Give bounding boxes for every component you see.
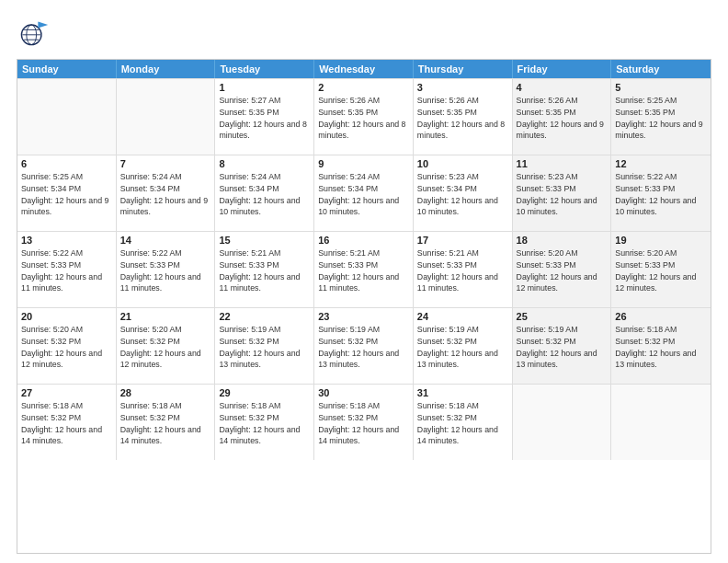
calendar-cell: 8Sunrise: 5:24 AM Sunset: 5:34 PM Daylig… bbox=[215, 155, 314, 231]
day-number: 16 bbox=[318, 235, 409, 246]
day-detail: Sunrise: 5:26 AM Sunset: 5:35 PM Dayligh… bbox=[417, 95, 508, 142]
calendar-cell: 28Sunrise: 5:18 AM Sunset: 5:32 PM Dayli… bbox=[117, 385, 216, 460]
day-number: 4 bbox=[517, 82, 608, 93]
day-detail: Sunrise: 5:19 AM Sunset: 5:32 PM Dayligh… bbox=[318, 324, 409, 371]
calendar-cell: 22Sunrise: 5:19 AM Sunset: 5:32 PM Dayli… bbox=[215, 308, 314, 384]
header-friday: Friday bbox=[513, 60, 612, 78]
day-number: 11 bbox=[517, 158, 608, 169]
day-detail: Sunrise: 5:21 AM Sunset: 5:33 PM Dayligh… bbox=[219, 247, 310, 294]
logo-icon bbox=[17, 17, 50, 50]
calendar-cell: 3Sunrise: 5:26 AM Sunset: 5:35 PM Daylig… bbox=[414, 79, 513, 155]
day-detail: Sunrise: 5:18 AM Sunset: 5:32 PM Dayligh… bbox=[615, 324, 707, 371]
day-number: 26 bbox=[615, 311, 707, 322]
day-detail: Sunrise: 5:20 AM Sunset: 5:33 PM Dayligh… bbox=[517, 247, 608, 294]
day-number: 2 bbox=[318, 82, 409, 93]
calendar-week-5: 27Sunrise: 5:18 AM Sunset: 5:32 PM Dayli… bbox=[17, 384, 711, 460]
day-detail: Sunrise: 5:23 AM Sunset: 5:34 PM Dayligh… bbox=[417, 171, 508, 218]
calendar-cell: 25Sunrise: 5:19 AM Sunset: 5:32 PM Dayli… bbox=[513, 308, 612, 384]
calendar-cell: 21Sunrise: 5:20 AM Sunset: 5:32 PM Dayli… bbox=[117, 308, 216, 384]
calendar-week-2: 6Sunrise: 5:25 AM Sunset: 5:34 PM Daylig… bbox=[17, 155, 711, 231]
calendar-cell: 19Sunrise: 5:20 AM Sunset: 5:33 PM Dayli… bbox=[611, 232, 711, 307]
day-detail: Sunrise: 5:20 AM Sunset: 5:32 PM Dayligh… bbox=[120, 324, 211, 371]
day-detail: Sunrise: 5:26 AM Sunset: 5:35 PM Dayligh… bbox=[517, 95, 608, 142]
day-number: 10 bbox=[417, 158, 508, 169]
calendar-cell: 26Sunrise: 5:18 AM Sunset: 5:32 PM Dayli… bbox=[611, 308, 711, 384]
calendar-cell: 31Sunrise: 5:18 AM Sunset: 5:32 PM Dayli… bbox=[414, 385, 513, 460]
day-detail: Sunrise: 5:23 AM Sunset: 5:33 PM Dayligh… bbox=[517, 171, 608, 218]
calendar-cell: 2Sunrise: 5:26 AM Sunset: 5:35 PM Daylig… bbox=[314, 79, 414, 155]
day-detail: Sunrise: 5:21 AM Sunset: 5:33 PM Dayligh… bbox=[417, 247, 508, 294]
day-number: 17 bbox=[417, 235, 508, 246]
calendar-cell: 12Sunrise: 5:22 AM Sunset: 5:33 PM Dayli… bbox=[611, 155, 711, 231]
day-number: 15 bbox=[219, 235, 310, 246]
calendar-cell: 23Sunrise: 5:19 AM Sunset: 5:32 PM Dayli… bbox=[314, 308, 414, 384]
day-number: 29 bbox=[219, 387, 310, 398]
calendar-week-3: 13Sunrise: 5:22 AM Sunset: 5:33 PM Dayli… bbox=[17, 231, 711, 307]
day-detail: Sunrise: 5:24 AM Sunset: 5:34 PM Dayligh… bbox=[219, 171, 310, 218]
header-thursday: Thursday bbox=[414, 60, 513, 78]
header-monday: Monday bbox=[117, 60, 216, 78]
calendar-cell: 27Sunrise: 5:18 AM Sunset: 5:32 PM Dayli… bbox=[17, 385, 117, 460]
calendar-cell: 29Sunrise: 5:18 AM Sunset: 5:32 PM Dayli… bbox=[215, 385, 314, 460]
logo bbox=[17, 17, 51, 50]
header-tuesday: Tuesday bbox=[215, 60, 314, 78]
calendar-cell: 18Sunrise: 5:20 AM Sunset: 5:33 PM Dayli… bbox=[513, 232, 612, 307]
calendar-cell: 11Sunrise: 5:23 AM Sunset: 5:33 PM Dayli… bbox=[513, 155, 612, 231]
day-detail: Sunrise: 5:22 AM Sunset: 5:33 PM Dayligh… bbox=[615, 171, 707, 218]
day-detail: Sunrise: 5:18 AM Sunset: 5:32 PM Dayligh… bbox=[417, 400, 508, 447]
day-detail: Sunrise: 5:18 AM Sunset: 5:32 PM Dayligh… bbox=[219, 400, 310, 447]
calendar-week-1: 1Sunrise: 5:27 AM Sunset: 5:35 PM Daylig… bbox=[17, 78, 711, 155]
day-number: 12 bbox=[615, 158, 707, 169]
day-number: 20 bbox=[21, 311, 112, 322]
page: Sunday Monday Tuesday Wednesday Thursday… bbox=[0, 0, 728, 563]
day-number: 1 bbox=[219, 82, 310, 93]
day-number: 13 bbox=[21, 235, 112, 246]
day-detail: Sunrise: 5:18 AM Sunset: 5:32 PM Dayligh… bbox=[21, 400, 112, 447]
day-detail: Sunrise: 5:18 AM Sunset: 5:32 PM Dayligh… bbox=[318, 400, 409, 447]
calendar-body: 1Sunrise: 5:27 AM Sunset: 5:35 PM Daylig… bbox=[17, 78, 711, 460]
day-detail: Sunrise: 5:21 AM Sunset: 5:33 PM Dayligh… bbox=[318, 247, 409, 294]
day-number: 14 bbox=[120, 235, 211, 246]
day-number: 5 bbox=[615, 82, 707, 93]
header-sunday: Sunday bbox=[17, 60, 117, 78]
day-number: 21 bbox=[120, 311, 211, 322]
day-detail: Sunrise: 5:25 AM Sunset: 5:34 PM Dayligh… bbox=[21, 171, 112, 218]
day-number: 28 bbox=[120, 387, 211, 398]
calendar-cell bbox=[513, 385, 612, 460]
day-number: 27 bbox=[21, 387, 112, 398]
header-wednesday: Wednesday bbox=[314, 60, 414, 78]
calendar-cell: 4Sunrise: 5:26 AM Sunset: 5:35 PM Daylig… bbox=[513, 79, 612, 155]
day-number: 31 bbox=[417, 387, 508, 398]
day-number: 3 bbox=[417, 82, 508, 93]
header-saturday: Saturday bbox=[611, 60, 711, 78]
day-number: 30 bbox=[318, 387, 409, 398]
day-number: 9 bbox=[318, 158, 409, 169]
day-number: 18 bbox=[517, 235, 608, 246]
calendar-cell: 7Sunrise: 5:24 AM Sunset: 5:34 PM Daylig… bbox=[117, 155, 216, 231]
calendar-cell bbox=[117, 79, 216, 155]
day-number: 7 bbox=[120, 158, 211, 169]
calendar-cell: 20Sunrise: 5:20 AM Sunset: 5:32 PM Dayli… bbox=[17, 308, 117, 384]
day-detail: Sunrise: 5:20 AM Sunset: 5:32 PM Dayligh… bbox=[21, 324, 112, 371]
calendar-cell: 16Sunrise: 5:21 AM Sunset: 5:33 PM Dayli… bbox=[314, 232, 414, 307]
calendar-cell: 9Sunrise: 5:24 AM Sunset: 5:34 PM Daylig… bbox=[314, 155, 414, 231]
calendar-cell: 15Sunrise: 5:21 AM Sunset: 5:33 PM Dayli… bbox=[215, 232, 314, 307]
day-detail: Sunrise: 5:19 AM Sunset: 5:32 PM Dayligh… bbox=[417, 324, 508, 371]
calendar-week-4: 20Sunrise: 5:20 AM Sunset: 5:32 PM Dayli… bbox=[17, 307, 711, 384]
day-number: 22 bbox=[219, 311, 310, 322]
calendar-header: Sunday Monday Tuesday Wednesday Thursday… bbox=[17, 60, 711, 78]
day-number: 8 bbox=[219, 158, 310, 169]
day-detail: Sunrise: 5:19 AM Sunset: 5:32 PM Dayligh… bbox=[517, 324, 608, 371]
day-number: 19 bbox=[615, 235, 707, 246]
calendar-cell bbox=[611, 385, 711, 460]
day-detail: Sunrise: 5:24 AM Sunset: 5:34 PM Dayligh… bbox=[120, 171, 211, 218]
day-detail: Sunrise: 5:25 AM Sunset: 5:35 PM Dayligh… bbox=[615, 95, 707, 142]
day-detail: Sunrise: 5:22 AM Sunset: 5:33 PM Dayligh… bbox=[21, 247, 112, 294]
day-detail: Sunrise: 5:20 AM Sunset: 5:33 PM Dayligh… bbox=[615, 247, 707, 294]
calendar-cell bbox=[17, 79, 117, 155]
day-detail: Sunrise: 5:27 AM Sunset: 5:35 PM Dayligh… bbox=[219, 95, 310, 142]
day-number: 23 bbox=[318, 311, 409, 322]
calendar-cell: 6Sunrise: 5:25 AM Sunset: 5:34 PM Daylig… bbox=[17, 155, 117, 231]
day-detail: Sunrise: 5:24 AM Sunset: 5:34 PM Dayligh… bbox=[318, 171, 409, 218]
calendar-cell: 1Sunrise: 5:27 AM Sunset: 5:35 PM Daylig… bbox=[215, 79, 314, 155]
